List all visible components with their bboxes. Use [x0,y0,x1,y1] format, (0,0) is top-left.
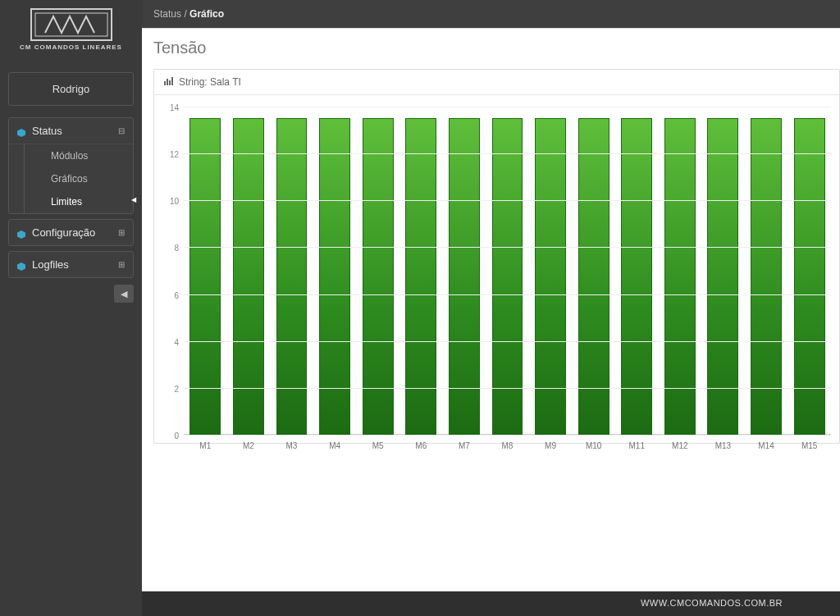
chart-xtick: M14 [758,441,774,450]
svg-rect-8 [171,77,173,85]
footer: WWW.CMCOMANDOS.COM.BR [142,591,840,616]
chart-xtick: M6 [415,441,427,450]
chart-gridline: 14 [184,107,831,107]
chart-ytick: 10 [170,197,179,206]
chart-bar-slot: M15 [788,107,831,435]
sidebar: CM COMANDOS LINEARES Rodrigo Status ⊟ Mó… [0,0,142,616]
nav-status-sub: MódulosGráficosLimites [9,144,133,213]
expand-icon: ⊞ [118,228,125,237]
chart-gridline: 12 [184,153,831,154]
svg-marker-4 [17,262,25,271]
chart-xtick: M7 [459,441,470,450]
expand-icon: ⊞ [118,260,125,269]
sidebar-collapse-button[interactable]: ◀ [114,285,134,303]
nav-status-header[interactable]: Status ⊟ [9,118,133,144]
logo-icon [30,8,112,41]
chart-gridline: 8 [184,247,831,248]
breadcrumb-current: Gráfico [189,8,224,20]
cube-icon [17,229,25,237]
content: Tensão String: Sala TI M1M2M3M4M5M6M7M8M… [142,28,840,591]
chart-xtick: M2 [243,441,254,450]
nav-logs: Logfiles ⊞ [8,251,134,278]
chart-bars: M1M2M3M4M5M6M7M8M9M10M11M12M13M14M15 [184,107,831,435]
chart: M1M2M3M4M5M6M7M8M9M10M11M12M13M14M15 024… [154,95,839,443]
sidebar-item-limites[interactable]: Limites [24,190,133,213]
chart-panel-title: String: Sala TI [179,76,241,88]
chart-bar-slot: M7 [443,107,486,435]
chart-gridline: 6 [184,294,831,295]
chart-bar-slot: M10 [572,107,615,435]
sidebar-item-gráficos[interactable]: Gráficos [24,167,133,190]
chart-panel: String: Sala TI M1M2M3M4M5M6M7M8M9M10M11… [153,69,840,444]
chart-xtick: M1 [199,441,211,450]
bar-chart-icon [164,76,174,88]
nav-config-header[interactable]: Configuração ⊞ [9,220,133,245]
logo: CM COMANDOS LINEARES [0,0,142,57]
chart-gridline: 10 [184,200,831,201]
chart-bar-slot: M2 [227,107,271,435]
chart-bar-slot: M8 [486,107,529,435]
chart-xtick: M12 [672,441,687,450]
sidebar-item-módulos[interactable]: Módulos [24,144,133,167]
user-box[interactable]: Rodrigo [8,72,134,106]
chart-bar-slot: M6 [399,107,443,435]
svg-rect-5 [164,81,166,85]
brand-text: CM COMANDOS LINEARES [0,43,142,51]
svg-marker-2 [17,129,25,137]
chevron-left-icon: ◀ [121,289,127,299]
chart-bar-slot: M14 [745,107,788,435]
chart-xtick: M5 [372,441,384,450]
chart-ytick: 14 [170,103,179,112]
chart-ytick: 4 [174,337,179,346]
cube-icon [17,127,25,135]
page-title: Tensão [153,39,840,57]
chart-ytick: 2 [174,384,179,393]
chart-xtick: M15 [801,441,817,450]
chart-xtick: M11 [629,441,645,450]
chart-xtick: M10 [586,441,601,450]
chart-area: M1M2M3M4M5M6M7M8M9M10M11M12M13M14M15 024… [184,107,831,435]
nav-config: Configuração ⊞ [8,219,134,246]
breadcrumb-sep: / [184,8,186,20]
footer-link[interactable]: WWW.CMCOMANDOS.COM.BR [641,598,783,608]
chart-bar-slot: M4 [313,107,357,435]
chart-bar-slot: M12 [659,107,702,435]
svg-rect-7 [169,80,171,85]
user-name: Rodrigo [52,83,90,95]
svg-marker-3 [17,230,25,239]
breadcrumb: Status / Gráfico [142,0,840,28]
chart-bar-slot: M11 [615,107,659,435]
nav-status: Status ⊟ MódulosGráficosLimites [8,117,134,214]
nav-status-label: Status [32,125,118,137]
nav-logs-header[interactable]: Logfiles ⊞ [9,252,133,277]
chart-bar-slot: M1 [184,107,227,435]
chart-xtick: M4 [329,441,340,450]
chart-bar-slot: M5 [356,107,399,435]
collapse-icon: ⊟ [118,126,125,135]
svg-rect-0 [31,9,112,40]
chart-bar-slot: M13 [701,107,745,435]
chart-gridline: 0 [184,435,831,436]
chart-xtick: M9 [545,441,556,450]
chart-gridline: 2 [184,388,831,389]
cube-icon [17,261,25,269]
svg-rect-6 [167,79,168,85]
chart-xtick: M13 [715,441,731,450]
chart-ytick: 8 [174,244,179,253]
chart-ytick: 12 [170,150,179,159]
main: Status / Gráfico Tensão String: Sala TI … [142,0,840,616]
chart-bar-slot: M3 [270,107,313,435]
chart-gridline: 4 [184,341,831,342]
chart-panel-header: String: Sala TI [154,70,839,95]
chart-xtick: M8 [502,441,514,450]
chart-ytick: 6 [174,290,179,299]
nav-logs-label: Logfiles [32,258,118,271]
chart-xtick: M3 [286,441,298,450]
breadcrumb-parent[interactable]: Status [153,8,181,20]
chart-bar-slot: M9 [529,107,573,435]
chart-ytick: 0 [174,431,179,440]
nav-config-label: Configuração [32,226,118,239]
